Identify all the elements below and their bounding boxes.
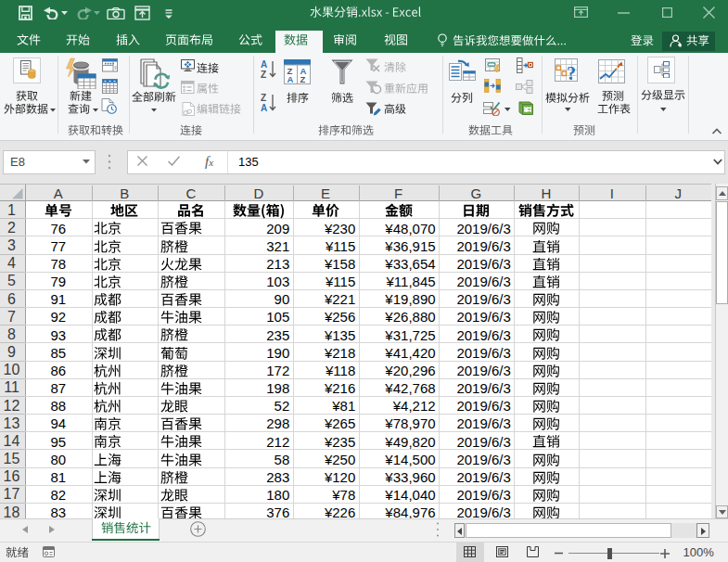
svg-text:Z: Z bbox=[261, 93, 266, 103]
svg-text:A: A bbox=[261, 103, 267, 113]
svg-text:?: ? bbox=[567, 63, 576, 83]
svg-text:Z: Z bbox=[300, 74, 306, 84]
svg-text:A: A bbox=[261, 59, 267, 70]
svg-text:Z: Z bbox=[261, 70, 266, 80]
svg-text:A: A bbox=[287, 74, 294, 84]
